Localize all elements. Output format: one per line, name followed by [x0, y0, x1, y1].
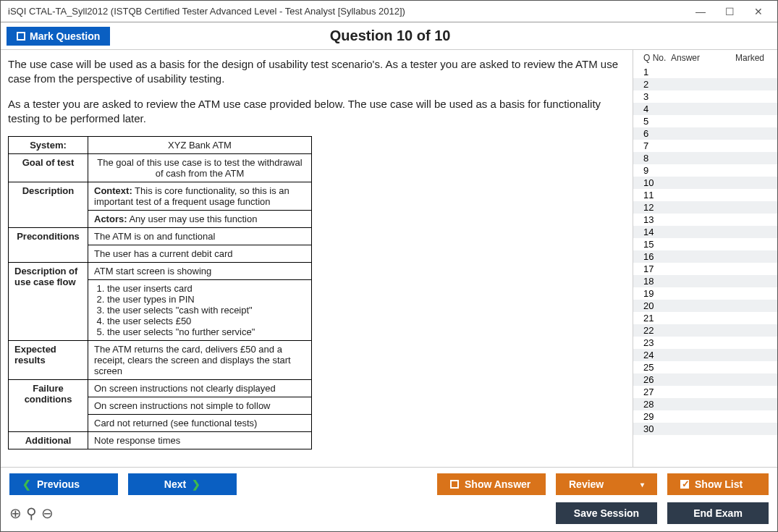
nav-row[interactable]: 22	[633, 324, 777, 337]
cell-precondition-2: The user has a current debit card	[88, 245, 312, 263]
next-button[interactable]: Next ❯	[128, 473, 237, 495]
nav-qno: 2	[643, 79, 671, 90]
previous-label: Previous	[37, 478, 80, 490]
nav-qno: 14	[643, 227, 671, 237]
flow-step: the user selects £50	[107, 316, 305, 326]
nav-qno: 15	[643, 239, 671, 250]
nav-row[interactable]: 13	[633, 214, 777, 226]
nav-row[interactable]: 20	[633, 300, 777, 312]
nav-qno: 6	[643, 128, 671, 139]
zoom-out-icon[interactable]: ⊖	[41, 504, 54, 522]
flow-step: the user selects "no further service"	[107, 326, 305, 337]
nav-row[interactable]: 8	[633, 152, 777, 164]
nav-row[interactable]: 16	[633, 250, 777, 263]
show-list-label: Show List	[695, 478, 743, 490]
caret-down-icon: ▾	[640, 481, 644, 489]
cell-system-value: XYZ Bank ATM	[88, 137, 312, 154]
review-button[interactable]: Review ▾	[556, 473, 657, 495]
nav-qno: 4	[643, 104, 671, 114]
zoom-in-icon[interactable]: ⊕	[9, 504, 22, 522]
nav-row[interactable]: 1	[633, 66, 777, 78]
nav-row[interactable]: 25	[633, 361, 777, 373]
question-counter: Question 10 of 10	[110, 28, 670, 44]
cell-additional-value: Note response times	[88, 432, 312, 449]
nav-qno: 10	[643, 177, 671, 188]
nav-qno: 27	[643, 387, 671, 397]
cell-failure-3: Card not returned (see functional tests)	[88, 415, 312, 432]
previous-button[interactable]: ❮ Previous	[9, 473, 118, 495]
nav-row[interactable]: 23	[633, 337, 777, 349]
footer: ❮ Previous Next ❯ Show Answer Review ▾ S…	[1, 467, 777, 531]
nav-row[interactable]: 24	[633, 349, 777, 361]
save-session-button[interactable]: Save Session	[556, 502, 657, 524]
usecase-table: System: XYZ Bank ATM Goal of test The go…	[8, 136, 312, 449]
save-session-label: Save Session	[574, 507, 639, 519]
nav-header: Q No. Answer Marked	[633, 50, 777, 66]
nav-header-qno: Q No.	[643, 53, 671, 63]
cell-flow-steps: the user inserts cardthe user types in P…	[88, 280, 312, 341]
cell-failure-label: Failure conditions	[9, 380, 88, 432]
nav-qno: 23	[643, 337, 671, 348]
nav-row[interactable]: 2	[633, 78, 777, 90]
nav-qno: 25	[643, 362, 671, 373]
end-exam-button[interactable]: End Exam	[667, 502, 769, 524]
nav-row[interactable]: 19	[633, 287, 777, 300]
nav-qno: 18	[643, 276, 671, 287]
show-list-button[interactable]: Show List	[667, 473, 769, 495]
nav-qno: 17	[643, 263, 671, 274]
nav-row[interactable]: 15	[633, 238, 777, 250]
nav-row[interactable]: 9	[633, 164, 777, 177]
nav-row[interactable]: 26	[633, 373, 777, 386]
cell-description-context: Context: This is core functionality, so …	[88, 182, 312, 211]
nav-row[interactable]: 28	[633, 398, 777, 410]
window-title: iSQI CTAL-TA_Syll2012 (ISTQB Certified T…	[5, 6, 686, 17]
nav-row[interactable]: 11	[633, 189, 777, 201]
zoom-controls: ⊕ ⚲ ⊖	[9, 504, 54, 522]
nav-row[interactable]: 6	[633, 127, 777, 140]
nav-row[interactable]: 4	[633, 103, 777, 115]
close-button[interactable]: ✕	[744, 3, 773, 20]
nav-qno: 5	[643, 116, 671, 127]
nav-qno: 3	[643, 91, 671, 102]
nav-qno: 30	[643, 423, 671, 434]
mark-question-label: Mark Question	[30, 30, 100, 42]
nav-row[interactable]: 30	[633, 423, 777, 435]
chevron-left-icon: ❮	[22, 478, 31, 490]
nav-row[interactable]: 29	[633, 410, 777, 423]
nav-row[interactable]: 18	[633, 275, 777, 287]
maximize-button[interactable]: ☐	[715, 3, 744, 20]
review-label: Review	[569, 478, 604, 490]
titlebar: iSQI CTAL-TA_Syll2012 (ISTQB Certified T…	[1, 1, 777, 22]
nav-row[interactable]: 12	[633, 201, 777, 214]
show-answer-button[interactable]: Show Answer	[437, 473, 546, 495]
nav-row[interactable]: 3	[633, 90, 777, 103]
minimize-button[interactable]: —	[686, 3, 715, 20]
end-exam-label: End Exam	[693, 507, 743, 519]
mark-question-button[interactable]: Mark Question	[7, 27, 110, 46]
nav-row[interactable]: 27	[633, 386, 777, 398]
nav-row[interactable]: 5	[633, 115, 777, 127]
nav-row[interactable]: 14	[633, 226, 777, 238]
cell-failure-2: On screen instructions not simple to fol…	[88, 397, 312, 415]
question-paragraph-1: The use case will be used as a basis for…	[8, 57, 622, 87]
cell-expected-label: Expected results	[9, 341, 88, 380]
nav-row[interactable]: 10	[633, 177, 777, 189]
cell-failure-1: On screen instructions not clearly displ…	[88, 380, 312, 397]
question-content[interactable]: The use case will be used as a basis for…	[1, 50, 633, 467]
next-label: Next	[164, 478, 186, 490]
nav-qno: 16	[643, 251, 671, 262]
nav-row[interactable]: 7	[633, 140, 777, 152]
cell-expected-value: The ATM returns the card, delivers £50 a…	[88, 341, 312, 380]
nav-qno: 26	[643, 374, 671, 385]
nav-header-answer: Answer	[671, 53, 735, 63]
zoom-reset-icon[interactable]: ⚲	[26, 504, 37, 522]
nav-qno: 20	[643, 300, 671, 311]
cell-description-actors: Actors: Any user may use this function	[88, 211, 312, 228]
nav-row[interactable]: 21	[633, 312, 777, 324]
cell-preconditions-label: Preconditions	[9, 228, 88, 263]
nav-row[interactable]: 17	[633, 263, 777, 275]
question-header: Mark Question Question 10 of 10	[1, 22, 777, 50]
nav-list[interactable]: 1234567891011121314151617181920212223242…	[633, 66, 777, 467]
cell-description-label: Description	[9, 182, 88, 228]
nav-qno: 11	[643, 190, 671, 200]
